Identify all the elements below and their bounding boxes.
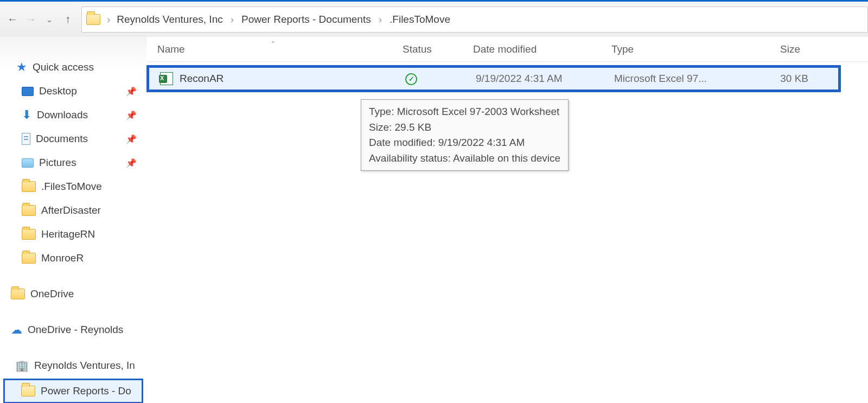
breadcrumb: Reynolds Ventures, Inc › Power Reports -… [117,14,450,25]
tooltip-line: Date modified: 9/19/2022 4:31 AM [369,135,560,151]
column-headers: Name ˄ Status Date modified Type Size [146,37,868,62]
pictures-icon [22,158,34,168]
forward-button[interactable]: → [22,10,40,29]
sync-status-icon: ✓ [405,73,417,85]
address-bar[interactable]: › Reynolds Ventures, Inc › Power Reports… [81,7,868,33]
document-icon [22,133,30,145]
sidebar-item-label: MonroeR [41,252,84,264]
toolbar: ← → ⌄ ↑ › Reynolds Ventures, Inc › Power… [0,0,868,37]
sidebar-item-power-reports[interactable]: Power Reports - Do [3,379,143,403]
history-dropdown[interactable]: ⌄ [40,10,59,29]
up-button[interactable]: ↑ [59,10,77,29]
desktop-icon [22,87,34,96]
navigation-sidebar: ★ Quick access Desktop 📌 ⬇ Downloads 📌 D… [0,37,146,403]
sidebar-item-downloads[interactable]: ⬇ Downloads 📌 [0,103,146,127]
back-button[interactable]: ← [3,10,22,29]
pin-icon: 📌 [126,158,137,168]
folder-icon [21,386,35,396]
column-header-type[interactable]: Type [611,43,730,55]
tooltip-line: Size: 29.5 KB [369,120,560,136]
breadcrumb-item[interactable]: .FilesToMove [390,14,450,25]
sidebar-item-label: HeritageRN [41,228,95,240]
file-type: Microsoft Excel 97... [614,73,732,85]
breadcrumb-sep: › [231,14,234,25]
sidebar-item-documents[interactable]: Documents 📌 [0,127,146,151]
breadcrumb-sep: › [379,14,382,25]
excel-file-icon [160,72,173,85]
sidebar-item-label: .FilesToMove [41,181,102,193]
sidebar-item-label: Pictures [39,157,76,169]
sidebar-item-label: AfterDisaster [41,204,101,216]
sidebar-item-reynolds-ventures[interactable]: 🏢 Reynolds Ventures, In [0,354,146,378]
download-icon: ⬇ [22,108,31,122]
file-tooltip: Type: Microsoft Excel 97-2003 Worksheet … [361,99,569,171]
breadcrumb-item[interactable]: Reynolds Ventures, Inc [117,14,222,25]
pin-icon: 📌 [126,134,137,144]
sidebar-item-filestomove[interactable]: .FilesToMove [0,175,146,199]
column-label: Name [157,43,185,55]
column-header-name[interactable]: Name ˄ [157,43,403,55]
sidebar-item-label: Desktop [39,85,77,97]
file-size: 30 KB [732,73,814,85]
sidebar-item-label: OneDrive - Reynolds [28,324,123,336]
star-icon: ★ [16,60,27,74]
sidebar-item-label: Documents [36,133,88,145]
sidebar-item-afterdisaster[interactable]: AfterDisaster [0,199,146,222]
sidebar-item-label: Downloads [37,109,88,121]
building-icon: 🏢 [15,359,29,372]
tooltip-line: Type: Microsoft Excel 97-2003 Worksheet [369,104,560,120]
sidebar-item-onedrive-reynolds[interactable]: ☁ OneDrive - Reynolds [0,318,146,342]
sidebar-item-heritagern[interactable]: HeritageRN [0,222,146,246]
sidebar-item-monroer[interactable]: MonroeR [0,246,146,270]
tooltip-line: Availability status: Available on this d… [369,151,560,167]
folder-icon [22,229,36,240]
sidebar-item-onedrive[interactable]: OneDrive [0,282,146,306]
folder-icon [22,253,36,264]
file-date: 9/19/2022 4:31 AM [476,73,614,85]
folder-icon [22,181,36,192]
sort-indicator-icon: ˄ [271,40,275,49]
cloud-icon: ☁ [11,323,22,336]
column-header-date[interactable]: Date modified [473,43,611,55]
folder-icon [11,289,25,299]
sidebar-item-label: Reynolds Ventures, In [34,360,135,372]
sidebar-item-label: Quick access [33,61,94,73]
column-header-size[interactable]: Size [730,43,811,55]
sidebar-item-label: OneDrive [30,288,74,300]
sidebar-item-label: Power Reports - Do [41,385,131,397]
sidebar-item-desktop[interactable]: Desktop 📌 [0,79,146,103]
folder-icon [22,205,36,216]
breadcrumb-sep: › [107,14,110,25]
file-name: ReconAR [180,73,224,85]
pin-icon: 📌 [126,110,137,120]
sidebar-item-pictures[interactable]: Pictures 📌 [0,151,146,175]
pin-icon: 📌 [126,86,137,97]
file-list-panel: Name ˄ Status Date modified Type Size Re… [146,37,868,403]
column-header-status[interactable]: Status [403,43,473,55]
breadcrumb-item[interactable]: Power Reports - Documents [241,14,371,25]
file-row[interactable]: ReconAR ✓ 9/19/2022 4:31 AM Microsoft Ex… [146,65,841,92]
sidebar-item-quick-access[interactable]: ★ Quick access [0,55,146,79]
folder-icon [86,14,100,25]
